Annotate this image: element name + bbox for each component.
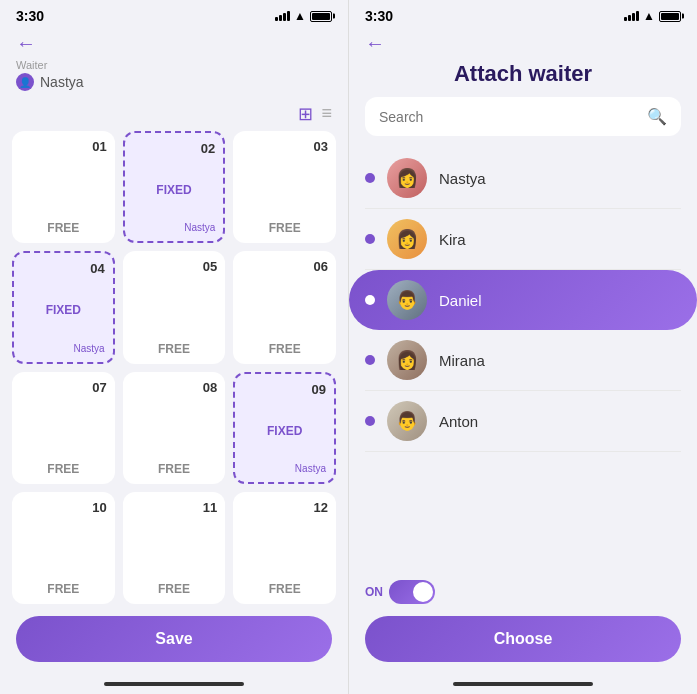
home-indicator [104,682,243,686]
search-box: 🔍 [365,97,681,136]
left-screen: 3:30 ▲ ← Waiter 👤 Nastya [0,0,349,694]
avatar: 👩 [387,340,427,380]
search-input[interactable] [379,109,639,125]
signal-icon-right [624,11,639,21]
table-status: FIXED [156,183,191,197]
waiter-indicator [365,416,375,426]
waiter-item[interactable]: 👨 Daniel [349,270,697,330]
wifi-icon: ▲ [294,9,306,23]
person-icon: 👤 [16,73,34,91]
status-icons-left: ▲ [275,9,332,23]
table-card[interactable]: 01 FREE [12,131,115,243]
tables-grid: 01 FREE 02 FIXED Nastya 03 FREE 04 FIXED… [0,131,348,604]
avatar: 👨 [387,280,427,320]
wifi-icon-right: ▲ [643,9,655,23]
time-left: 3:30 [16,8,44,24]
table-card[interactable]: 03 FREE [233,131,336,243]
bottom-controls: ON Choose [349,568,697,682]
waiter-item[interactable]: 👩 Nastya [365,148,681,209]
table-number: 04 [90,261,104,276]
waiters-list: 👩 Nastya 👩 Kira 👨 Daniel 👩 Mirana 👨 Anto… [349,148,697,568]
toggle-container: ON [365,580,435,604]
page-title: Attach waiter [349,57,697,97]
search-icon: 🔍 [647,107,667,126]
waiter-display: 👤 Nastya [16,73,332,91]
table-number: 12 [314,500,328,515]
table-number: 07 [92,380,106,395]
table-card[interactable]: 10 FREE [12,492,115,604]
waiter-indicator [365,355,375,365]
signal-icon [275,11,290,21]
grid-view-button[interactable]: ⊞ [298,103,313,125]
waiter-item[interactable]: 👨 Anton [365,391,681,452]
waiter-item-name: Anton [439,413,478,430]
table-card[interactable]: 12 FREE [233,492,336,604]
table-card[interactable]: 07 FREE [12,372,115,484]
table-status: FREE [269,342,301,356]
table-status: FREE [158,342,190,356]
view-toggle: ⊞ ≡ [0,99,348,131]
choose-button[interactable]: Choose [365,616,681,662]
save-button-container: Save [0,604,348,682]
table-number: 06 [314,259,328,274]
battery-icon-right [659,11,681,22]
status-icons-right: ▲ [624,9,681,23]
toggle-row: ON [365,580,681,604]
table-waiter: Nastya [295,463,326,474]
table-card[interactable]: 06 FREE [233,251,336,363]
avatar: 👨 [387,401,427,441]
table-number: 09 [312,382,326,397]
table-status: FIXED [267,424,302,438]
back-button-right[interactable]: ← [349,28,697,57]
table-number: 10 [92,500,106,515]
table-number: 08 [203,380,217,395]
waiter-item[interactable]: 👩 Kira [365,209,681,270]
table-card[interactable]: 09 FIXED Nastya [233,372,336,484]
table-number: 05 [203,259,217,274]
battery-icon [310,11,332,22]
right-screen: 3:30 ▲ ← Attach waiter 🔍 [349,0,697,694]
toggle-switch[interactable] [389,580,435,604]
table-status: FREE [47,221,79,235]
table-card[interactable]: 05 FREE [123,251,226,363]
table-status: FREE [269,582,301,596]
avatar: 👩 [387,219,427,259]
table-status: FREE [47,582,79,596]
toggle-label: ON [365,585,383,599]
table-card[interactable]: 04 FIXED Nastya [12,251,115,363]
search-container: 🔍 [349,97,697,148]
table-status: FREE [269,221,301,235]
back-button[interactable]: ← [0,28,348,57]
table-card[interactable]: 02 FIXED Nastya [123,131,226,243]
table-status: FIXED [46,303,81,317]
table-number: 11 [203,500,217,515]
waiter-item-name: Mirana [439,352,485,369]
table-number: 03 [314,139,328,154]
list-view-button[interactable]: ≡ [321,103,332,125]
toggle-knob [413,582,433,602]
waiter-label: Waiter [16,59,332,71]
waiter-indicator [365,234,375,244]
table-status: FREE [158,462,190,476]
table-status: FREE [158,582,190,596]
table-waiter: Nastya [74,343,105,354]
waiter-indicator [365,173,375,183]
waiter-item-name: Nastya [439,170,486,187]
waiter-item-name: Daniel [439,292,482,309]
waiter-name-text: Nastya [40,74,84,90]
table-card[interactable]: 11 FREE [123,492,226,604]
table-status: FREE [47,462,79,476]
home-indicator-right [453,682,592,686]
waiter-indicator [365,295,375,305]
waiter-section: Waiter 👤 Nastya [0,57,348,99]
avatar: 👩 [387,158,427,198]
status-bar-left: 3:30 ▲ [0,0,348,28]
time-right: 3:30 [365,8,393,24]
status-bar-right: 3:30 ▲ [349,0,697,28]
table-number: 02 [201,141,215,156]
waiter-item[interactable]: 👩 Mirana [365,330,681,391]
table-card[interactable]: 08 FREE [123,372,226,484]
table-waiter: Nastya [184,222,215,233]
save-button[interactable]: Save [16,616,332,662]
table-number: 01 [92,139,106,154]
